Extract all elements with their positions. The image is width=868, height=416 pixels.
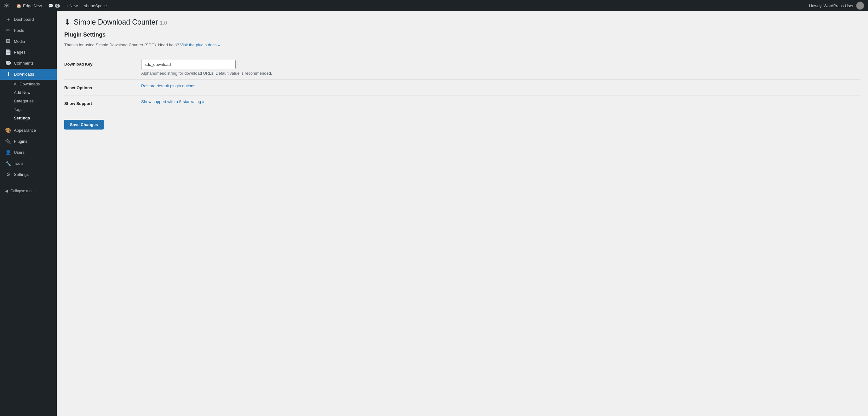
admin-bar: ⚛ 🏠 Edge New 💬 0 + New shapeSpace Howdy,… — [0, 0, 868, 11]
plugin-wrap: ⬇ Simple Download Counter 1.0 Plugin Set… — [64, 18, 861, 129]
sidebar-item-users[interactable]: 👤 Users — [0, 147, 57, 158]
posts-icon: ✏ — [5, 27, 11, 33]
media-icon: 🖼 — [5, 38, 11, 44]
sidebar-item-comments[interactable]: 💬 Comments — [0, 58, 57, 69]
sidebar-item-tools[interactable]: 🔧 Tools — [0, 158, 57, 169]
settings-table: Download Key Alphanumeric string for dow… — [64, 56, 861, 111]
collapse-menu-button[interactable]: ◀ Collapse menu — [0, 186, 57, 196]
submenu-categories[interactable]: Categories — [0, 97, 57, 105]
sidebar-item-settings[interactable]: ⚙ Settings — [0, 169, 57, 180]
sidebar-item-dashboard[interactable]: ⊞ Dashboard — [0, 14, 57, 25]
plugins-icon: 🔌 — [5, 138, 11, 144]
sidebar-item-downloads[interactable]: ⬇ Downloads — [0, 69, 57, 80]
plugin-version: 1.0 — [160, 20, 167, 26]
comments-menu-icon: 💬 — [5, 60, 11, 66]
show-support-label: Show Support — [64, 95, 133, 111]
pages-icon: 📄 — [5, 49, 11, 55]
submenu-tags[interactable]: Tags — [0, 105, 57, 114]
admin-menu: ⊞ Dashboard ✏ Posts 🖼 Media 📄 Pages 💬 Co… — [0, 11, 57, 416]
wp-logo-icon[interactable]: ⚛ — [4, 2, 9, 9]
show-support-row: Show Support Show support with a 5-star … — [64, 95, 861, 111]
page-title: Simple Download Counter 1.0 — [74, 18, 167, 27]
submenu-add-new[interactable]: Add New — [0, 88, 57, 97]
save-changes-button[interactable]: Save Changes — [64, 120, 104, 129]
show-support-value: Show support with a 5-star rating » — [133, 95, 861, 111]
adminbar-comments-link[interactable]: 💬 0 — [45, 0, 63, 11]
submenu-all-downloads[interactable]: All Downloads — [0, 80, 57, 88]
downloads-icon: ⬇ — [5, 71, 11, 77]
download-key-label: Download Key — [64, 56, 133, 80]
users-icon: 👤 — [5, 149, 11, 155]
downloads-submenu: All Downloads Add New Categories Tags Se… — [0, 80, 57, 122]
sidebar-item-appearance[interactable]: 🎨 Appearance — [0, 125, 57, 136]
collapse-icon: ◀ — [5, 189, 8, 193]
download-key-input[interactable] — [141, 60, 236, 69]
adminbar-site-link[interactable]: 🏠 Edge New — [13, 0, 45, 11]
sidebar-item-posts[interactable]: ✏ Posts — [0, 25, 57, 36]
help-text: Thanks for using Simple Download Counter… — [64, 42, 861, 49]
download-key-description: Alphanumeric string for download URLs. D… — [141, 71, 861, 76]
section-title: Plugin Settings — [64, 31, 861, 38]
adminbar-new-link[interactable]: + New — [63, 0, 81, 11]
appearance-icon: 🎨 — [5, 127, 11, 133]
adminbar-howdy-text: Howdy, WordPress User — [809, 3, 854, 8]
main-content: ⬇ Simple Download Counter 1.0 Plugin Set… — [57, 11, 868, 416]
submenu-settings[interactable]: Settings — [0, 114, 57, 122]
reset-options-label: Reset Options — [64, 80, 133, 95]
adminbar-items: 🏠 Edge New 💬 0 + New shapeSpace — [13, 0, 809, 11]
adminbar-site-name-link[interactable]: shapeSpace — [81, 0, 110, 11]
avatar[interactable] — [856, 2, 864, 10]
star-rating-link[interactable]: Show support with a 5-star rating » — [141, 99, 205, 104]
tools-icon: 🔧 — [5, 160, 11, 167]
plugin-icon: ⬇ — [64, 18, 70, 27]
dashboard-icon: ⊞ — [5, 17, 11, 22]
plugin-header: ⬇ Simple Download Counter 1.0 — [64, 18, 861, 27]
plugin-docs-link[interactable]: Visit the plugin docs » — [180, 42, 220, 47]
wp-layout: ⊞ Dashboard ✏ Posts 🖼 Media 📄 Pages 💬 Co… — [0, 11, 868, 416]
comments-icon: 💬 — [48, 3, 53, 8]
download-key-value: Alphanumeric string for download URLs. D… — [133, 56, 861, 80]
sidebar-item-plugins[interactable]: 🔌 Plugins — [0, 136, 57, 147]
reset-options-value: Restore default plugin options — [133, 80, 861, 95]
reset-options-row: Reset Options Restore default plugin opt… — [64, 80, 861, 95]
download-key-row: Download Key Alphanumeric string for dow… — [64, 56, 861, 80]
home-icon: 🏠 — [17, 3, 22, 8]
sidebar-item-pages[interactable]: 📄 Pages — [0, 47, 57, 58]
sidebar-item-media[interactable]: 🖼 Media — [0, 36, 57, 47]
adminbar-right: Howdy, WordPress User — [809, 2, 864, 10]
settings-icon: ⚙ — [5, 172, 11, 177]
restore-defaults-link[interactable]: Restore default plugin options — [141, 84, 195, 88]
